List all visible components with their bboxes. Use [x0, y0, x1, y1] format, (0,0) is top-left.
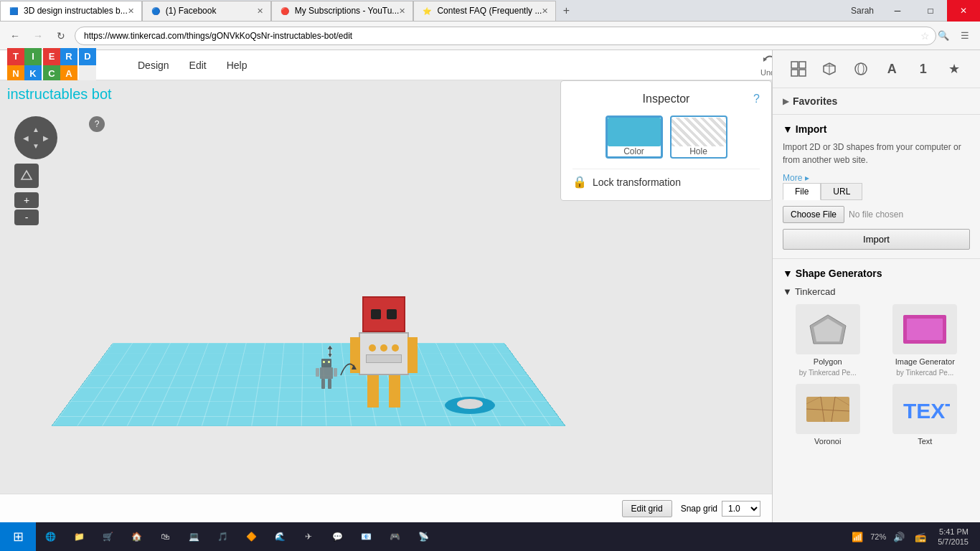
tab-1-favicon: 🟦	[8, 5, 19, 17]
store-icon: 🛒	[100, 529, 115, 544]
robot-figure	[359, 296, 409, 408]
new-tab-button[interactable]: +	[556, 1, 576, 21]
taskbar-chrome[interactable]: 🔶	[237, 522, 265, 551]
nav-down-arrow[interactable]: ▼	[32, 142, 39, 151]
forward-button[interactable]: →	[29, 27, 47, 45]
clock-display[interactable]: 5:41 PM 5/7/2015	[933, 527, 973, 547]
refresh-button[interactable]: ↻	[52, 27, 70, 45]
network-icon[interactable]: 📶	[849, 528, 866, 545]
text-svg: TEXT	[900, 391, 950, 427]
number-icon[interactable]: 1	[910, 56, 936, 82]
taskbar-app1[interactable]: 🌊	[265, 522, 294, 551]
volume-icon[interactable]: 🔊	[890, 528, 908, 545]
date: 5/7/2015	[938, 537, 969, 547]
nav-up-arrow[interactable]: ▲	[32, 126, 39, 134]
favorites-arrow: ▶	[783, 97, 788, 106]
perspective-button[interactable]	[14, 164, 39, 188]
import-tab-url[interactable]: URL	[821, 183, 862, 200]
taskbar-shop[interactable]: 🛍	[151, 522, 179, 551]
tab-1-close[interactable]: ✕	[128, 6, 134, 16]
zoom-out-button[interactable]: -	[14, 209, 39, 225]
shape-text[interactable]: TEXT Text	[880, 384, 971, 448]
maximize-button[interactable]: □	[914, 0, 947, 22]
menu-design[interactable]: Design	[128, 50, 179, 80]
collapse-panel-button[interactable]: ❯	[772, 100, 773, 129]
taskbar-app2[interactable]: ✈	[294, 522, 323, 551]
taskbar-skype[interactable]: 💬	[323, 522, 352, 551]
window-controls: Sarah ─ □ ✕	[844, 0, 980, 22]
start-button[interactable]: ⊞	[0, 522, 36, 551]
tinkercad-sub-arrow: ▼	[783, 286, 792, 297]
taskbar-lenovo[interactable]: 💻	[179, 522, 208, 551]
color-swatch	[608, 118, 661, 146]
address-input[interactable]	[75, 27, 936, 45]
speaker-icon[interactable]: 📻	[912, 528, 929, 545]
bookmark-star-icon[interactable]: ☆	[920, 30, 930, 42]
nav-help-button[interactable]: ?	[89, 116, 105, 132]
hole-button[interactable]: Hole	[670, 116, 727, 159]
mail-icon: 📧	[359, 529, 373, 544]
menu-help[interactable]: Help	[217, 50, 258, 80]
address-actions: 🔍 ☰	[934, 27, 974, 45]
star-icon: ★	[948, 61, 960, 77]
nav-right-arrow[interactable]: ▶	[43, 134, 49, 142]
shape-voronoi-preview	[796, 384, 860, 434]
inspector-help-button[interactable]: ?	[753, 93, 760, 105]
favorites-header[interactable]: ▶ Favorites	[783, 95, 970, 107]
minimize-button[interactable]: ─	[881, 0, 914, 22]
taskbar-explorer[interactable]: 📁	[65, 522, 93, 551]
tab-2-close[interactable]: ✕	[257, 6, 263, 16]
addressbar: ← → ↻ ☆ 🔍 ☰	[0, 22, 980, 50]
close-button[interactable]: ✕	[947, 0, 980, 22]
shape-polygon[interactable]: Polygon by Tinkercad Pe...	[783, 304, 873, 377]
star-favorite-icon[interactable]: ★	[941, 56, 967, 82]
panel-top-icons: A 1 ★	[773, 50, 980, 88]
letter-a-icon: A	[887, 62, 897, 77]
file-row: Choose File No file chosen	[783, 206, 970, 223]
nav-left-arrow[interactable]: ◀	[23, 134, 29, 142]
svg-point-32	[858, 63, 864, 75]
snap-grid-select[interactable]: 1.0 0.5 0.25 2.0	[722, 501, 760, 517]
settings-icon[interactable]: ☰	[956, 27, 974, 45]
voronoi-svg	[803, 391, 853, 427]
tab-3-close[interactable]: ✕	[399, 6, 405, 16]
letter-icon[interactable]: A	[879, 56, 905, 82]
grid-view-icon[interactable]	[786, 56, 811, 82]
taskbar-music[interactable]: 🎵	[208, 522, 237, 551]
tab-3[interactable]: 🔴 My Subscriptions - YouTu... ✕	[271, 1, 414, 21]
taskbar-game[interactable]: 🎮	[380, 522, 409, 551]
lock-label: Lock transformation	[593, 176, 681, 188]
shape-generators-header[interactable]: ▼ Shape Generators	[783, 268, 970, 279]
logo-empty	[79, 65, 96, 83]
taskbar-signal[interactable]: 📡	[409, 522, 438, 551]
tinkercad-subsection[interactable]: ▼ Tinkercad	[783, 286, 970, 297]
color-button[interactable]: Color	[606, 116, 663, 159]
nav-pan-control[interactable]: ▲ ◀ ▶ ▼	[14, 116, 57, 159]
tab-2[interactable]: 🔵 (1) Facebook ✕	[142, 1, 271, 21]
shape-image-generator[interactable]: Image Generator by Tinkercad Pe...	[880, 304, 971, 377]
right-panel: A 1 ★ ▶ Favorites ❯ ▼ Import	[772, 50, 980, 522]
project-title: instructables bot	[7, 86, 112, 103]
tab-4-close[interactable]: ✕	[542, 6, 548, 16]
tab-4[interactable]: ⭐ Contest FAQ (Frequently ... ✕	[413, 1, 556, 21]
zoom-in-button[interactable]: +	[14, 192, 39, 208]
shape-polygon-sublabel: by Tinkercad Pe...	[799, 369, 857, 377]
zoom-icon[interactable]: 🔍	[934, 27, 953, 45]
import-tab-file[interactable]: File	[783, 183, 821, 200]
shape-voronoi[interactable]: Voronoi	[783, 384, 873, 448]
edit-grid-button[interactable]: Edit grid	[622, 500, 672, 517]
taskbar-mail[interactable]: 📧	[352, 522, 380, 551]
taskbar-store[interactable]: 🛒	[93, 522, 122, 551]
import-button[interactable]: Import	[783, 229, 970, 250]
menu-edit[interactable]: Edit	[179, 50, 217, 80]
import-more-link[interactable]: More ▸	[783, 173, 809, 183]
number-1-icon: 1	[920, 62, 927, 77]
taskbar-ie[interactable]: 🌐	[36, 522, 65, 551]
lock-icon[interactable]: 🔒	[573, 175, 587, 189]
back-button[interactable]: ←	[6, 27, 24, 45]
choose-file-button[interactable]: Choose File	[783, 206, 844, 223]
sphere-view-icon[interactable]	[848, 56, 874, 82]
cube-view-icon[interactable]	[816, 56, 842, 82]
tab-1[interactable]: 🟦 3D design instructables b... ✕	[0, 1, 142, 21]
taskbar-home[interactable]: 🏠	[122, 522, 151, 551]
